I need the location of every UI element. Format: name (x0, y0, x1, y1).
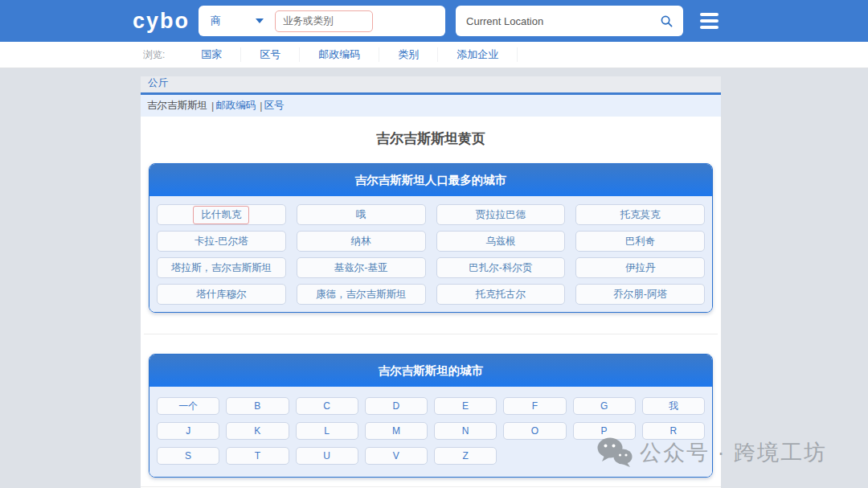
city-button[interactable]: 巴利奇 (575, 231, 705, 252)
letter-button[interactable]: M (365, 422, 428, 440)
cities-az-panel-title: 吉尔吉斯斯坦的城市 (149, 355, 712, 387)
breadcrumb-country: 吉尔吉斯斯坦 (147, 99, 207, 113)
nav-link-区号[interactable]: 区号 (241, 47, 300, 62)
cities-az-panel: 吉尔吉斯斯坦的城市 一个BCDEFG我JKLMNOPRSTUVZ (149, 354, 713, 478)
city-button[interactable]: 纳林 (297, 231, 426, 252)
letter-button[interactable]: S (157, 447, 219, 465)
top-cities-panel-title: 吉尔吉斯斯坦人口最多的城市 (149, 164, 712, 196)
city-button[interactable]: 托克莫克 (575, 204, 705, 225)
unit-tab-bar: 公斤 (141, 76, 721, 95)
letter-button[interactable]: R (642, 422, 705, 440)
letter-button[interactable]: K (226, 422, 289, 440)
letter-button[interactable]: V (365, 447, 428, 465)
breadcrumb: 吉尔吉斯斯坦 | 邮政编码 | 区号 (141, 95, 721, 117)
city-button[interactable]: 塔什库穆尔 (157, 284, 286, 305)
top-cities-panel: 吉尔吉斯斯坦人口最多的城市 比什凯克哦贾拉拉巴德托克莫克卡拉-巴尔塔纳林乌兹根巴… (149, 163, 713, 313)
nav-link-邮政编码[interactable]: 邮政编码 (300, 47, 379, 62)
bottom-divider (141, 486, 721, 487)
letter-button[interactable]: B (226, 397, 289, 415)
location-input[interactable] (466, 15, 643, 27)
city-button[interactable]: 乔尔朋-阿塔 (575, 284, 705, 305)
tab-kg[interactable]: 公斤 (148, 76, 168, 90)
letter-button[interactable]: O (503, 422, 566, 440)
city-button[interactable]: 塔拉斯，吉尔吉斯斯坦 (157, 257, 286, 278)
page-title: 吉尔吉斯斯坦黄页 (141, 129, 721, 147)
letter-button[interactable]: 我 (642, 397, 705, 415)
letter-button[interactable]: 一个 (157, 397, 219, 415)
breadcrumb-postal-link[interactable]: 邮政编码 (215, 99, 256, 113)
breadcrumb-separator: | (260, 100, 262, 112)
letter-button[interactable]: P (573, 422, 636, 440)
city-button[interactable]: 伊拉丹 (575, 257, 705, 278)
city-button[interactable]: 康德，吉尔吉斯斯坦 (297, 284, 426, 305)
city-button[interactable]: 比什凯克 (157, 204, 286, 225)
letter-button[interactable]: T (226, 447, 289, 465)
chevron-down-icon (256, 18, 264, 23)
letter-button[interactable]: U (296, 447, 358, 465)
letter-button[interactable]: J (157, 422, 219, 440)
nav-link-添加企业[interactable]: 添加企业 (438, 47, 518, 62)
browse-nav: 浏览: 国家区号邮政编码类别添加企业 (0, 42, 868, 68)
city-button[interactable]: 卡拉-巴尔塔 (157, 231, 286, 252)
letter-button[interactable]: F (503, 397, 566, 415)
breadcrumb-area-code-link[interactable]: 区号 (264, 99, 285, 113)
letter-button[interactable]: Z (434, 447, 497, 465)
cybo-logo[interactable]: cybo (133, 10, 190, 32)
breadcrumb-separator: | (211, 100, 214, 112)
letters-grid: 一个BCDEFG我JKLMNOPRSTUVZ (149, 387, 712, 477)
nav-link-类别[interactable]: 类别 (379, 47, 438, 62)
nav-link-国家[interactable]: 国家 (182, 47, 241, 62)
letter-button[interactable]: E (434, 397, 497, 415)
letter-button[interactable]: L (296, 422, 358, 440)
city-button[interactable]: 托克托古尔 (436, 284, 566, 305)
letter-button[interactable]: C (296, 397, 358, 415)
business-search-input[interactable] (275, 10, 373, 32)
letter-button[interactable]: D (365, 397, 428, 415)
city-button[interactable]: 乌兹根 (436, 231, 566, 252)
top-cities-grid: 比什凯克哦贾拉拉巴德托克莫克卡拉-巴尔塔纳林乌兹根巴利奇塔拉斯，吉尔吉斯斯坦基兹… (149, 196, 712, 312)
city-button[interactable]: 哦 (297, 204, 426, 225)
city-button[interactable]: 基兹尔-基亚 (297, 257, 426, 278)
letter-button[interactable]: N (434, 422, 497, 440)
category-select[interactable]: 商 (206, 14, 268, 28)
nav-links: 国家区号邮政编码类别添加企业 (182, 47, 518, 62)
letter-button[interactable]: G (573, 397, 636, 415)
browse-label: 浏览: (143, 48, 165, 62)
highlight-box: 比什凯克 (193, 206, 249, 224)
menu-icon[interactable] (700, 13, 719, 29)
category-select-value: 商 (211, 14, 221, 28)
city-button[interactable]: 巴扎尔-科尔贡 (436, 257, 566, 278)
city-button[interactable]: 贾拉拉巴德 (436, 204, 566, 225)
search-icon[interactable] (661, 15, 673, 27)
business-search-box: 商 (199, 6, 445, 36)
top-header: cybo 商 (0, 0, 868, 42)
section-divider (144, 334, 718, 334)
location-search-box (456, 6, 683, 36)
main-content: 公斤 吉尔吉斯斯坦 | 邮政编码 | 区号 吉尔吉斯斯坦黄页 吉尔吉斯斯坦人口最… (141, 76, 721, 488)
